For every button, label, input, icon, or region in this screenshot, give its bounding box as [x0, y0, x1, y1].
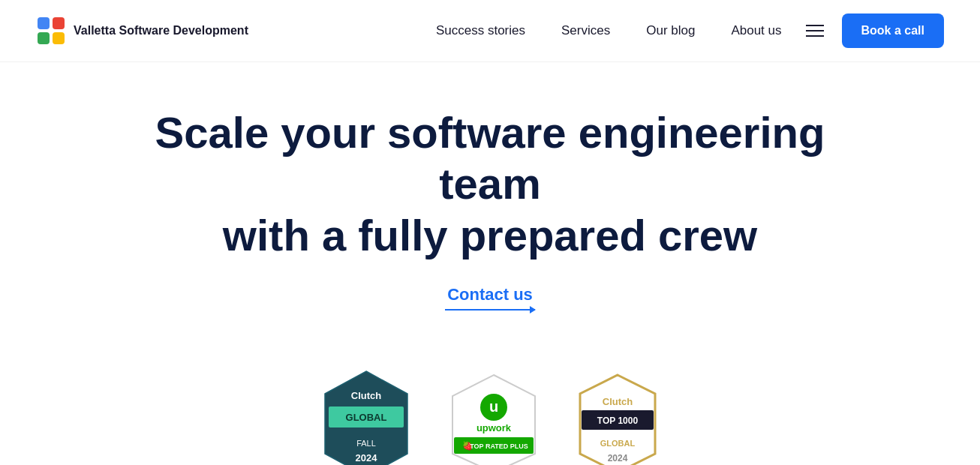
navbar: Valletta Software Development Success st…: [0, 0, 980, 62]
hamburger-line-2: [806, 30, 824, 32]
svg-rect-2: [38, 32, 50, 44]
contact-arrow: [445, 309, 535, 310]
contact-us-link[interactable]: Contact us: [447, 285, 533, 304]
clutch-top-svg: Clutch TOP 1000 GLOBAL 2024: [573, 371, 663, 465]
arrow-line: [445, 309, 535, 310]
hero-headline: Scale your software engineering team wit…: [152, 107, 828, 261]
svg-text:upwork: upwork: [476, 422, 512, 434]
nav-links: Success stories Services Our blog About …: [436, 23, 782, 38]
hero-section: Scale your software engineering team wit…: [0, 62, 980, 360]
badge-upwork: u upwork 🍓 TOP RATED PLUS: [445, 371, 543, 465]
logo-icon: [36, 16, 66, 46]
clutch-global-svg: Clutch GLOBAL FALL 2024: [317, 368, 415, 465]
nav-link-services[interactable]: Services: [561, 23, 610, 38]
svg-text:GLOBAL: GLOBAL: [346, 412, 387, 423]
svg-text:Clutch: Clutch: [603, 396, 633, 407]
contact-area: Contact us: [36, 285, 944, 310]
logo-text: Valletta Software Development: [74, 24, 248, 38]
nav-link-success-stories[interactable]: Success stories: [436, 23, 525, 38]
badges-row: Clutch GLOBAL FALL 2024 u upwork 🍓 TOP R…: [0, 360, 980, 465]
svg-text:TOP 1000: TOP 1000: [597, 416, 639, 426]
svg-text:2024: 2024: [356, 452, 378, 464]
badge-clutch-top: Clutch TOP 1000 GLOBAL 2024: [573, 371, 663, 465]
svg-rect-0: [38, 17, 50, 29]
svg-text:2024: 2024: [608, 453, 628, 464]
upwork-svg: u upwork 🍓 TOP RATED PLUS: [445, 371, 543, 465]
book-call-button[interactable]: Book a call: [842, 14, 944, 48]
hamburger-line-1: [806, 25, 824, 26]
badge-clutch-global: Clutch GLOBAL FALL 2024: [317, 368, 415, 465]
svg-rect-3: [53, 32, 65, 44]
nav-link-about-us[interactable]: About us: [731, 23, 781, 38]
svg-text:u: u: [489, 398, 498, 415]
svg-text:Clutch: Clutch: [351, 390, 382, 401]
nav-link-our-blog[interactable]: Our blog: [646, 23, 695, 38]
hamburger-line-3: [806, 35, 824, 37]
hamburger-menu[interactable]: [806, 25, 824, 37]
svg-text:FALL: FALL: [356, 439, 376, 448]
svg-rect-1: [53, 17, 65, 29]
svg-text:TOP RATED PLUS: TOP RATED PLUS: [470, 442, 528, 450]
logo[interactable]: Valletta Software Development: [36, 16, 248, 46]
svg-text:GLOBAL: GLOBAL: [600, 439, 636, 448]
